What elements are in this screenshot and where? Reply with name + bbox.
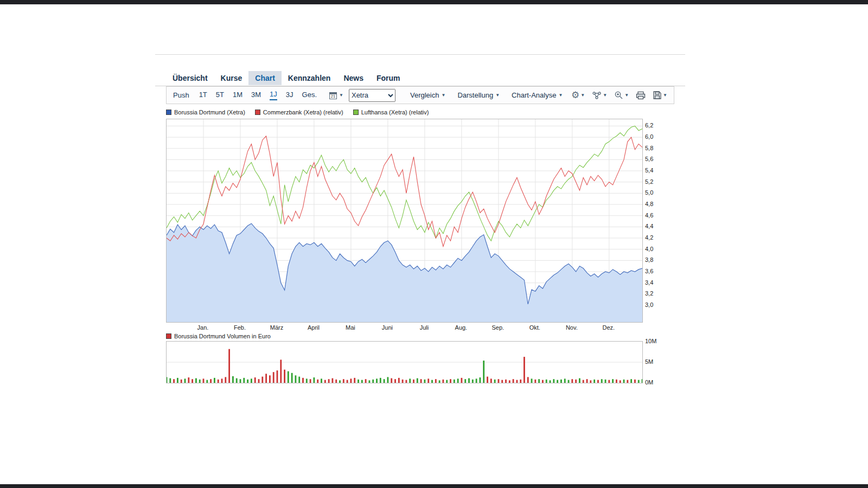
- range-button-5t[interactable]: 5T: [216, 91, 224, 100]
- chevron-down-icon: ▼: [663, 93, 667, 98]
- range-button-3m[interactable]: 3M: [251, 91, 261, 100]
- chart-page: ÜbersichtKurseChartKennzahlenNewsForum P…: [155, 54, 685, 402]
- legend-label: Commerzbank (Xetra) (relativ): [263, 109, 343, 115]
- print-button[interactable]: [636, 91, 646, 100]
- chart-toolbar: Push 1T5T1M3M1J3JGes. 21 ▼ Xetra Verglei…: [166, 86, 674, 104]
- legend-item-lufthansa[interactable]: Lufthansa (Xetra) (relativ): [353, 109, 429, 115]
- toolbar-menus: Vergleich▼Darstellung▼Chart-Analyse▼: [404, 91, 569, 99]
- x-axis-tick: Nov.: [560, 324, 584, 331]
- volume-legend: Borussia Dortmund Volumen in Euro: [166, 333, 271, 339]
- push-label[interactable]: Push: [173, 91, 189, 99]
- tab-bersicht[interactable]: Übersicht: [166, 71, 214, 85]
- x-axis-tick: Sep.: [486, 324, 510, 331]
- chevron-down-icon: ▼: [441, 93, 445, 98]
- y-axis-tick: 3,0: [645, 301, 653, 308]
- calendar-icon: 21: [329, 91, 337, 100]
- x-axis-tick: Jan.: [191, 324, 215, 331]
- y-axis-tick: 4,4: [645, 223, 653, 229]
- x-axis-tick: Dez.: [597, 324, 621, 331]
- legend-swatch: [353, 110, 359, 115]
- legend-label: Borussia Dortmund (Xetra): [174, 109, 245, 115]
- legend-label: Lufthansa (Xetra) (relativ): [361, 109, 429, 115]
- price-chart[interactable]: [166, 119, 643, 323]
- y-axis-tick: 4,0: [645, 246, 653, 252]
- x-axis-tick: April: [302, 324, 326, 331]
- nav-tabs: ÜbersichtKurseChartKennzahlenNewsForum: [166, 71, 407, 85]
- volume-chart: [166, 341, 643, 383]
- volume-legend-swatch: [166, 333, 171, 339]
- x-axis-tick: Feb.: [228, 324, 252, 331]
- tab-forum[interactable]: Forum: [370, 71, 407, 85]
- y-axis-tick: 5,6: [645, 156, 653, 162]
- menu-label: Chart-Analyse: [512, 91, 556, 99]
- chevron-down-icon: ▼: [603, 93, 607, 98]
- tab-kennzahlen[interactable]: Kennzahlen: [282, 71, 337, 85]
- window-bottom-edge: [0, 484, 868, 488]
- x-axis-tick: März: [265, 324, 289, 331]
- y-axis-tick: 5,0: [645, 189, 653, 196]
- y-axis-tick: 4,6: [645, 212, 653, 219]
- chevron-down-icon: ▼: [495, 93, 500, 98]
- save-button[interactable]: ▼: [653, 91, 667, 100]
- y-axis-tick: 4,8: [645, 201, 653, 207]
- range-button-3j[interactable]: 3J: [286, 91, 293, 100]
- y-axis-tick: 6,2: [645, 122, 653, 129]
- printer-icon: [636, 91, 646, 100]
- x-axis-tick: Okt.: [523, 324, 547, 331]
- menu-label: Vergleich: [410, 91, 439, 99]
- zoom-icon: [614, 91, 623, 100]
- y-axis-tick: 5,8: [645, 145, 653, 151]
- legend-item-borussia[interactable]: Borussia Dortmund (Xetra): [166, 109, 245, 115]
- range-button-1m[interactable]: 1M: [233, 91, 242, 100]
- price-chart-canvas: [167, 119, 642, 322]
- menu-chart-analyse[interactable]: Chart-Analyse▼: [512, 91, 563, 99]
- menu-vergleich[interactable]: Vergleich▼: [410, 91, 445, 99]
- tab-chart[interactable]: Chart: [248, 71, 282, 85]
- settings-button[interactable]: ⚙ ▼: [571, 91, 585, 100]
- chevron-down-icon: ▼: [339, 93, 343, 98]
- range-buttons: 1T5T1M3M1J3JGes.: [195, 90, 321, 100]
- exchange-select[interactable]: Xetra: [349, 89, 395, 102]
- volume-y-tick: 0M: [645, 379, 653, 386]
- x-axis-tick: Aug.: [449, 324, 473, 331]
- y-axis-tick: 3,2: [645, 290, 653, 297]
- y-axis-tick: 3,6: [645, 268, 653, 274]
- save-icon: [653, 91, 662, 100]
- gear-icon: ⚙: [571, 91, 579, 100]
- menu-darstellung[interactable]: Darstellung▼: [457, 91, 500, 99]
- y-axis-tick: 6,0: [645, 133, 653, 140]
- tab-news[interactable]: News: [337, 71, 370, 85]
- range-button-ges[interactable]: Ges.: [302, 91, 317, 100]
- chevron-down-icon: ▼: [558, 93, 563, 98]
- legend-swatch: [166, 110, 171, 115]
- price-legend: Borussia Dortmund (Xetra)Commerzbank (Xe…: [166, 109, 429, 115]
- svg-text:21: 21: [331, 94, 335, 99]
- range-button-1j[interactable]: 1J: [270, 90, 277, 100]
- window-top-edge: [0, 0, 868, 4]
- page: ÜbersichtKurseChartKennzahlenNewsForum P…: [0, 0, 868, 488]
- volume-chart-canvas: [167, 342, 642, 383]
- y-axis-tick: 3,8: [645, 256, 653, 263]
- menu-label: Darstellung: [457, 91, 493, 99]
- x-axis-tick: Juli: [412, 324, 436, 331]
- volume-legend-label: Borussia Dortmund Volumen in Euro: [174, 333, 271, 339]
- x-axis-tick: Juni: [375, 324, 399, 331]
- zoom-button[interactable]: ▼: [614, 91, 629, 100]
- indicators-button[interactable]: ▼: [592, 91, 607, 100]
- legend-item-commerzbank[interactable]: Commerzbank (Xetra) (relativ): [255, 109, 343, 115]
- chevron-down-icon: ▼: [624, 93, 629, 98]
- calendar-button[interactable]: 21 ▼: [329, 91, 343, 100]
- volume-y-tick: 5M: [645, 358, 653, 365]
- y-axis-tick: 4,2: [645, 234, 653, 241]
- nodes-icon: [592, 91, 602, 100]
- volume-y-tick: 10M: [645, 338, 656, 344]
- y-axis-tick: 5,2: [645, 178, 653, 185]
- x-axis-tick: Mai: [339, 324, 362, 331]
- y-axis-tick: 5,4: [645, 167, 653, 174]
- legend-swatch: [255, 110, 260, 115]
- toolbar-icons: ⚙ ▼ ▼ ▼: [571, 91, 674, 100]
- chevron-down-icon: ▼: [580, 93, 585, 98]
- y-axis-tick: 3,4: [645, 279, 653, 286]
- tab-kurse[interactable]: Kurse: [214, 71, 249, 85]
- range-button-1t[interactable]: 1T: [199, 91, 207, 100]
